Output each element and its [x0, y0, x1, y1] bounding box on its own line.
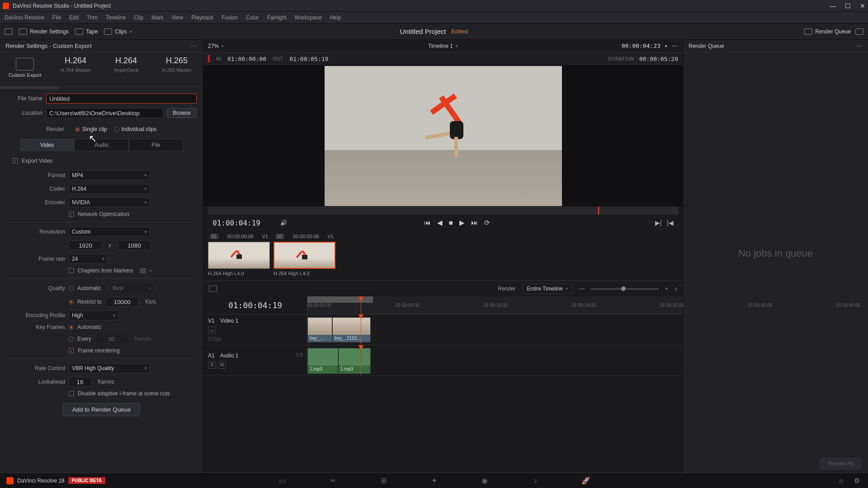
tab-video[interactable]: Video [20, 139, 74, 151]
zoom-slider[interactable] [591, 288, 659, 290]
color-page-icon[interactable]: ◉ [480, 477, 490, 485]
preset-2[interactable]: H.264HyperDeck [106, 56, 146, 83]
disable-iframe-checkbox[interactable] [69, 391, 74, 396]
format-select[interactable]: MP4▾ [69, 170, 150, 180]
prev-frame-icon[interactable]: ◀ [437, 219, 443, 227]
video-clip-2[interactable]: boy_..2182... [332, 317, 371, 343]
options-icon[interactable]: ⋯ [856, 43, 863, 49]
track-frame-icon[interactable]: ▭ [208, 327, 216, 334]
zoom-in-icon[interactable]: + [665, 286, 668, 292]
video-track[interactable]: boy_... boy_..2182... [307, 314, 683, 345]
home-icon[interactable]: ⌂ [839, 477, 843, 485]
keyframe-every-radio[interactable] [69, 337, 74, 342]
edit-page-icon[interactable]: ⊞ [378, 477, 388, 485]
tab-file[interactable]: File [129, 139, 183, 151]
bitrate-input[interactable] [105, 297, 139, 307]
clip-thumb-1[interactable]: 0200:00:02:06V1 H.264 High L4.0 [274, 233, 335, 279]
encoder-select[interactable]: NVIDIA▾ [69, 197, 150, 207]
zoom-out-icon[interactable]: — [579, 286, 585, 292]
preset-3[interactable]: H.265H.265 Master [156, 56, 197, 83]
menu-help[interactable]: Help [330, 14, 341, 21]
framerate-select[interactable]: 24▾ [69, 254, 108, 264]
menu-edit[interactable]: Edit [69, 14, 79, 21]
menu-playback[interactable]: Playback [191, 14, 213, 21]
menu-color[interactable]: Color [246, 14, 259, 21]
audio-track-header[interactable]: A1Audio 12.0 SM [203, 345, 307, 375]
resolution-select[interactable]: Custom▾ [69, 227, 150, 237]
loop-icon[interactable]: ⟳ [484, 219, 490, 227]
preset-1[interactable]: H.264H.264 Master [55, 56, 96, 83]
add-to-queue-button[interactable]: Add to Render Queue [63, 403, 141, 416]
audio-clip-1[interactable]: 1.mp3 [307, 348, 338, 373]
music-icon[interactable]: ♪ [675, 286, 677, 292]
restrict-radio[interactable] [69, 300, 74, 305]
timeline-name[interactable]: Timeline 1 [428, 43, 453, 49]
tab-audio[interactable]: Audio [74, 139, 128, 151]
scrub-bar[interactable] [208, 206, 678, 215]
menu-file[interactable]: File [52, 14, 61, 21]
first-frame-icon[interactable]: ⏮ [424, 219, 431, 227]
tape-button[interactable]: Tape [75, 28, 98, 35]
menu-timeline[interactable]: Timeline [105, 14, 126, 21]
viewer[interactable] [203, 65, 683, 206]
clips-dropdown[interactable]: Clips▾ [104, 28, 132, 35]
single-clip-radio[interactable]: Single clip [75, 126, 107, 132]
network-opt-checkbox[interactable] [69, 211, 74, 217]
location-input[interactable] [46, 108, 163, 118]
media-page-icon[interactable]: ▭ [277, 477, 287, 485]
render-settings-button[interactable]: Render Settings [19, 28, 69, 35]
minimize-icon[interactable]: — [830, 2, 836, 9]
export-video-checkbox[interactable]: Export Video [13, 158, 197, 164]
audio-clip-2[interactable]: 1.mp3 [338, 348, 371, 373]
quick-export-icon[interactable] [5, 28, 13, 35]
keyframe-auto-radio[interactable] [69, 325, 74, 330]
zoom-dropdown[interactable]: 27%▾ [208, 43, 224, 49]
settings-icon[interactable]: ⚙ [854, 477, 860, 485]
lookahead-input[interactable] [69, 377, 91, 387]
res-height-input[interactable] [118, 240, 151, 250]
chapters-checkbox[interactable] [69, 268, 74, 273]
render-range-select[interactable]: Entire Timeline▾ [522, 284, 573, 294]
render-queue-button[interactable]: Render Queue [804, 28, 851, 35]
quality-auto-radio[interactable] [69, 286, 74, 291]
rate-control-select[interactable]: VBR High Quality▾ [69, 363, 150, 373]
menu-fairlight[interactable]: Fairlight [267, 14, 287, 21]
deliver-page-icon[interactable]: 🚀 [581, 477, 591, 485]
video-clip-1[interactable]: boy_... [307, 317, 332, 343]
options-icon[interactable]: ⋯ [191, 42, 198, 49]
fusion-page-icon[interactable]: ✦ [429, 477, 439, 485]
menu-trim[interactable]: Trim [87, 14, 98, 21]
timeline-ruler[interactable]: 01:00:00:0001:00:08:0001:00:16:0001:00:2… [307, 296, 683, 314]
browse-button[interactable]: Browse [167, 108, 197, 118]
last-frame-icon[interactable]: |◀ [667, 219, 674, 226]
menu-view[interactable]: View [172, 14, 184, 21]
menu-davinci-resolve[interactable]: DaVinci Resolve [5, 14, 44, 21]
options-icon[interactable]: ⋯ [672, 43, 678, 49]
video-track-header[interactable]: V1Video 1 ▭ 2 Clips [203, 314, 307, 345]
maximize-icon[interactable]: ☐ [845, 2, 851, 9]
mute-icon[interactable]: M [218, 361, 226, 369]
profile-select[interactable]: High▾ [69, 310, 118, 320]
next-frame-icon[interactable]: ⏭ [471, 219, 478, 227]
timeline-view-icon[interactable] [209, 286, 217, 292]
file-name-input[interactable] [46, 94, 197, 103]
expand-icon[interactable] [855, 28, 863, 35]
stop-icon[interactable]: ■ [449, 219, 453, 227]
clip-thumb-0[interactable]: 0100:00:00:00V1 H.264 High L4.0 [208, 233, 270, 279]
codec-select[interactable]: H.264▾ [69, 184, 150, 194]
audio-track[interactable]: 1.mp3 1.mp3 [307, 345, 683, 375]
menu-clip[interactable]: Clip [134, 14, 143, 21]
res-width-input[interactable] [69, 240, 102, 250]
individual-clips-radio[interactable]: Individual clips [114, 126, 157, 132]
play-icon[interactable]: ▶ [459, 219, 465, 227]
next-clip-icon[interactable]: ▶| [655, 219, 662, 226]
menu-mark[interactable]: Mark [151, 14, 164, 21]
speaker-icon[interactable]: 🔊 [280, 220, 287, 226]
cut-page-icon[interactable]: ✂ [328, 477, 338, 485]
fairlight-page-icon[interactable]: ♪ [530, 477, 540, 485]
preset-0[interactable]: Custom Export [5, 56, 45, 83]
render-all-button[interactable]: Render All [820, 458, 862, 469]
frame-reorder-checkbox[interactable] [69, 348, 74, 353]
solo-icon[interactable]: S [208, 361, 216, 369]
close-icon[interactable]: ✕ [860, 2, 865, 9]
